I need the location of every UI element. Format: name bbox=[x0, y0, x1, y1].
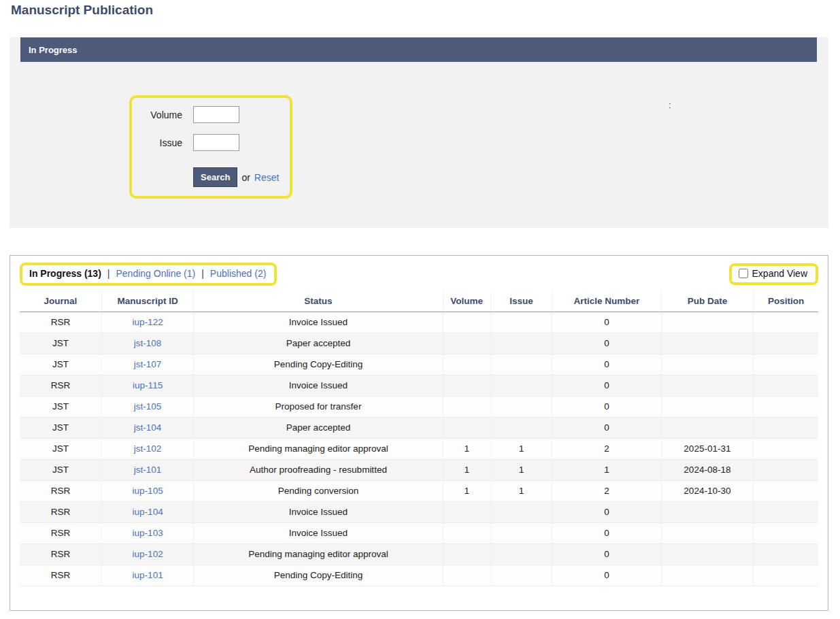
table-cell bbox=[490, 375, 552, 396]
manuscript-id-link[interactable]: iup-102 bbox=[133, 549, 163, 559]
table-cell bbox=[490, 396, 552, 417]
manuscript-id-cell: iup-101 bbox=[101, 565, 193, 586]
table-cell: 0 bbox=[552, 333, 662, 354]
table-cell bbox=[754, 417, 818, 438]
expand-view-label: Expand View bbox=[752, 268, 807, 279]
table-row: JSTjst-108Paper accepted0 bbox=[20, 333, 818, 354]
search-button[interactable]: Search bbox=[193, 167, 237, 187]
volume-input[interactable] bbox=[193, 106, 239, 123]
manuscript-id-link[interactable]: jst-108 bbox=[134, 338, 162, 348]
table-cell bbox=[754, 522, 818, 543]
table-cell bbox=[661, 396, 753, 417]
table-cell bbox=[661, 312, 753, 333]
column-header: Manuscript ID bbox=[101, 291, 193, 312]
table-cell: 0 bbox=[552, 565, 662, 586]
table-cell bbox=[754, 501, 818, 522]
table-cell bbox=[754, 333, 818, 354]
table-row: RSRiup-101Pending Copy-Editing0 bbox=[20, 565, 818, 586]
page-title: Manuscript Publication bbox=[11, 3, 153, 18]
tab-separator: | bbox=[201, 268, 204, 279]
table-cell: 2024-10-30 bbox=[661, 480, 753, 501]
table-row: JSTjst-105Proposed for transfer0 bbox=[20, 396, 818, 417]
table-cell bbox=[490, 565, 552, 586]
manuscript-id-link[interactable]: jst-102 bbox=[134, 444, 162, 454]
volume-row: Volume bbox=[139, 106, 290, 123]
table-cell bbox=[661, 501, 753, 522]
manuscript-id-cell: jst-104 bbox=[101, 417, 193, 438]
table-cell: RSR bbox=[20, 565, 101, 586]
table-cell: 0 bbox=[552, 543, 662, 565]
column-header: Journal bbox=[20, 291, 101, 312]
table-cell: 0 bbox=[552, 312, 662, 333]
table-cell: 1 bbox=[443, 480, 490, 501]
table-cell bbox=[443, 375, 490, 396]
manuscript-id-cell: jst-107 bbox=[101, 354, 193, 375]
table-cell bbox=[661, 522, 753, 543]
table-cell: Pending conversion bbox=[194, 480, 443, 501]
table-cell: 1 bbox=[552, 459, 662, 480]
manuscript-id-link[interactable]: iup-103 bbox=[133, 528, 163, 538]
search-panel: In Progress Volume Issue Search or Reset… bbox=[10, 37, 828, 228]
colon-text: : bbox=[669, 100, 671, 110]
table-cell: Pending Copy-Editing bbox=[194, 354, 443, 375]
manuscript-id-link[interactable]: iup-104 bbox=[133, 507, 163, 517]
table-cell: 2 bbox=[552, 438, 662, 459]
table-cell bbox=[443, 396, 490, 417]
manuscript-id-link[interactable]: jst-104 bbox=[134, 422, 162, 433]
table-cell: RSR bbox=[20, 375, 101, 396]
table-cell: Proposed for transfer bbox=[194, 396, 443, 417]
manuscript-id-link[interactable]: jst-101 bbox=[134, 465, 162, 475]
table-cell: RSR bbox=[20, 312, 101, 333]
table-body: RSRiup-122Invoice Issued0JSTjst-108Paper… bbox=[20, 312, 818, 586]
manuscript-id-link[interactable]: jst-107 bbox=[134, 359, 162, 369]
table-cell bbox=[754, 543, 818, 565]
manuscript-id-link[interactable]: iup-101 bbox=[133, 570, 163, 580]
column-header: Pub Date bbox=[661, 291, 753, 312]
table-cell bbox=[443, 522, 490, 543]
manuscript-id-cell: iup-105 bbox=[101, 480, 193, 501]
table-cell: RSR bbox=[20, 543, 101, 565]
table-cell bbox=[754, 396, 818, 417]
manuscript-id-cell: jst-105 bbox=[101, 396, 193, 417]
manuscript-id-link[interactable]: jst-105 bbox=[134, 401, 162, 412]
table-cell: JST bbox=[20, 354, 101, 375]
table-cell bbox=[661, 375, 753, 396]
table-row: JSTjst-104Paper accepted0 bbox=[20, 417, 818, 438]
table-cell bbox=[443, 312, 490, 333]
table-row: RSRiup-102Pending managing editor approv… bbox=[20, 543, 818, 565]
table-cell: 1 bbox=[443, 438, 490, 459]
table-cell: Invoice Issued bbox=[194, 522, 443, 543]
manuscript-id-link[interactable]: iup-115 bbox=[133, 380, 163, 390]
tab-in-progress[interactable]: In Progress (13) bbox=[29, 268, 101, 279]
table-header-row: JournalManuscript IDStatusVolumeIssueArt… bbox=[20, 291, 818, 312]
table-cell: 1 bbox=[490, 438, 552, 459]
table-cell: 0 bbox=[552, 501, 662, 522]
manuscript-id-cell: iup-103 bbox=[101, 522, 193, 543]
table-cell: Pending Copy-Editing bbox=[194, 565, 443, 586]
issue-row: Issue bbox=[139, 134, 290, 151]
expand-view-checkbox[interactable] bbox=[739, 269, 748, 278]
table-cell bbox=[661, 543, 753, 565]
issue-input[interactable] bbox=[193, 134, 239, 151]
manuscript-id-link[interactable]: iup-122 bbox=[133, 317, 163, 327]
search-actions: Search or Reset bbox=[193, 167, 290, 187]
reset-link[interactable]: Reset bbox=[254, 172, 280, 183]
search-panel-header: In Progress bbox=[20, 37, 817, 62]
manuscript-id-cell: iup-102 bbox=[101, 543, 193, 565]
table-cell: 2024-08-18 bbox=[661, 459, 753, 480]
manuscript-id-link[interactable]: iup-105 bbox=[133, 486, 163, 496]
table-cell bbox=[490, 543, 552, 565]
table-cell bbox=[661, 354, 753, 375]
table-cell bbox=[443, 501, 490, 522]
column-header: Status bbox=[194, 291, 443, 312]
expand-view-highlight: Expand View bbox=[729, 263, 818, 285]
tab-published[interactable]: Published (2) bbox=[210, 268, 267, 279]
volume-label: Volume bbox=[139, 110, 182, 120]
table-cell: 0 bbox=[552, 375, 662, 396]
table-cell bbox=[754, 565, 818, 586]
table-row: JSTjst-102Pending managing editor approv… bbox=[20, 438, 818, 459]
table-cell: Paper accepted bbox=[194, 417, 443, 438]
table-row: JSTjst-101Author proofreading - resubmit… bbox=[20, 459, 818, 480]
table-cell bbox=[754, 459, 818, 480]
tab-pending-online[interactable]: Pending Online (1) bbox=[116, 268, 195, 279]
